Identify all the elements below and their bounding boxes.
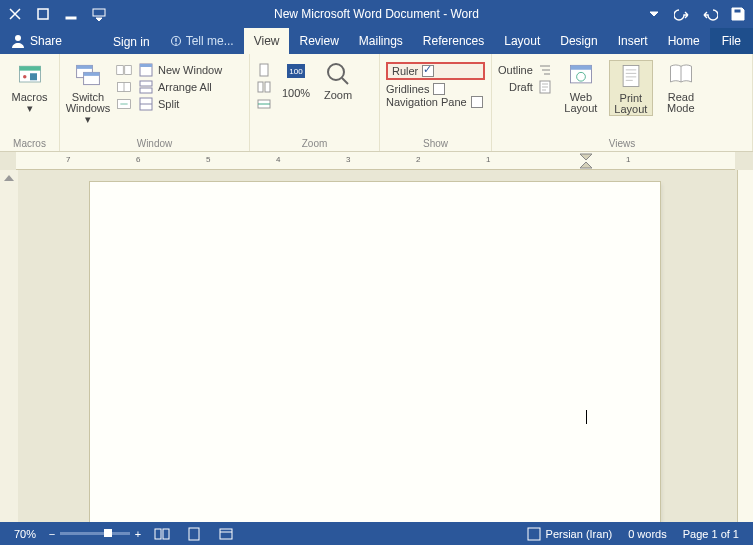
web-layout-button[interactable]: Web Layout	[559, 60, 603, 114]
scroll-up-icon[interactable]	[0, 170, 18, 186]
group-label-macros: Macros	[6, 138, 53, 151]
svg-rect-8	[19, 66, 40, 70]
arrange-all-label: Arrange All	[158, 81, 212, 93]
svg-rect-26	[265, 82, 270, 92]
page-width-button[interactable]	[256, 96, 272, 112]
status-bar: 70% − + Persian (Iran) 0 words Page 1 of…	[0, 522, 753, 545]
svg-rect-39	[220, 529, 232, 539]
tab-insert[interactable]: Insert	[608, 28, 658, 54]
svg-rect-14	[84, 72, 100, 76]
outline-button[interactable]: Outline	[498, 62, 553, 78]
svg-rect-35	[623, 66, 639, 87]
vertical-ruler[interactable]	[737, 170, 753, 522]
horizontal-ruler[interactable]: 7 6 5 4 3 2 1 1	[16, 152, 735, 170]
ruler-checkbox[interactable]: Ruler	[386, 62, 485, 80]
group-label-window: Window	[66, 138, 243, 151]
tab-references[interactable]: References	[413, 28, 494, 54]
read-mode-label: Read Mode	[667, 92, 695, 114]
tab-layout[interactable]: Layout	[494, 28, 550, 54]
tell-me-button[interactable]: Tell me...	[160, 28, 244, 54]
sign-in-button[interactable]: Sign in	[103, 30, 160, 54]
view-web-icon[interactable]	[210, 526, 242, 542]
slider-thumb-icon[interactable]	[104, 529, 112, 537]
svg-rect-40	[528, 528, 540, 540]
document-page[interactable]	[90, 182, 660, 522]
zoom-percent[interactable]: 70%	[6, 528, 44, 540]
zoom-button[interactable]: Zoom	[320, 60, 356, 101]
group-label-zoom: Zoom	[256, 138, 373, 151]
split-button[interactable]: Split	[138, 96, 222, 112]
macros-label: Macros	[11, 91, 47, 103]
redo-icon[interactable]	[671, 3, 693, 25]
gridlines-checkbox[interactable]: Gridlines	[386, 83, 485, 95]
ruler-tick: 4	[276, 155, 280, 164]
multiple-pages-button[interactable]	[256, 79, 272, 95]
zoom-out-button[interactable]: −	[44, 528, 60, 540]
close-icon[interactable]	[4, 3, 26, 25]
ribbon-options-icon[interactable]	[88, 3, 110, 25]
vertical-scrollbar[interactable]	[0, 170, 18, 522]
tab-view[interactable]: View	[244, 28, 290, 54]
share-button[interactable]: Share	[0, 28, 72, 54]
ruler-label: Ruler	[392, 65, 418, 77]
ribbon-tabs: Share Sign in Tell me... View Review Mai…	[0, 28, 753, 54]
tab-mailings[interactable]: Mailings	[349, 28, 413, 54]
svg-rect-16	[125, 66, 132, 75]
ruler-tick: 6	[136, 155, 140, 164]
draft-label: Draft	[509, 81, 533, 93]
ruler-tick: 1	[626, 155, 630, 164]
svg-rect-13	[77, 65, 93, 69]
restore-icon[interactable]	[32, 3, 54, 25]
page-count[interactable]: Page 1 of 1	[675, 528, 747, 540]
svg-rect-2	[38, 9, 48, 19]
view-print-icon[interactable]	[178, 526, 210, 542]
indent-marker-icon[interactable]	[576, 152, 596, 170]
sync-scroll-button[interactable]	[116, 79, 132, 95]
qat-more-icon[interactable]	[643, 3, 665, 25]
nav-pane-checkbox[interactable]: Navigation Pane	[386, 96, 485, 108]
zoom-slider[interactable]	[60, 532, 130, 535]
view-side-by-side-button[interactable]	[116, 62, 132, 78]
view-read-icon[interactable]	[146, 526, 178, 542]
print-layout-button[interactable]: Print Layout	[609, 60, 653, 116]
tab-home[interactable]: Home	[658, 28, 710, 54]
language-status[interactable]: Persian (Iran)	[518, 526, 621, 542]
text-cursor	[586, 410, 587, 424]
read-mode-button[interactable]: Read Mode	[659, 60, 703, 114]
minimize-icon[interactable]	[60, 3, 82, 25]
tell-me-label: Tell me...	[186, 34, 234, 48]
checkbox-icon	[471, 96, 483, 108]
save-icon[interactable]	[727, 3, 749, 25]
ribbon: Macros▾ Macros Switch Windows ▾ New Wind…	[0, 54, 753, 152]
split-label: Split	[158, 98, 179, 110]
tab-design[interactable]: Design	[550, 28, 607, 54]
document-area[interactable]: 7 6 5 4 3 2 1 1	[0, 152, 753, 522]
ruler-tick: 2	[416, 155, 420, 164]
hundred-percent-button[interactable]: 100 100%	[278, 60, 314, 99]
macros-button[interactable]: Macros▾	[8, 60, 52, 114]
arrange-all-button[interactable]: Arrange All	[138, 79, 222, 95]
svg-rect-22	[140, 88, 152, 93]
word-count[interactable]: 0 words	[620, 528, 675, 540]
nav-pane-label: Navigation Pane	[386, 96, 467, 108]
svg-rect-6	[175, 38, 177, 42]
reset-window-button[interactable]	[116, 96, 132, 112]
draft-button[interactable]: Draft	[498, 79, 553, 95]
undo-icon[interactable]	[699, 3, 721, 25]
switch-windows-button[interactable]: Switch Windows ▾	[66, 60, 110, 125]
ruler-tick: 3	[346, 155, 350, 164]
tab-review[interactable]: Review	[289, 28, 348, 54]
zoom-in-button[interactable]: +	[130, 528, 146, 540]
one-page-button[interactable]	[256, 62, 272, 78]
new-window-button[interactable]: New Window	[138, 62, 222, 78]
svg-rect-20	[140, 64, 152, 67]
tab-file[interactable]: File	[710, 28, 753, 54]
svg-rect-38	[189, 528, 199, 540]
svg-text:100: 100	[289, 67, 303, 76]
group-label-show: Show	[386, 138, 485, 151]
svg-rect-25	[258, 82, 263, 92]
title-bar: New Microsoft Word Document - Word	[0, 0, 753, 28]
window-title: New Microsoft Word Document - Word	[110, 7, 643, 21]
svg-point-30	[328, 64, 344, 80]
svg-rect-24	[260, 64, 268, 76]
